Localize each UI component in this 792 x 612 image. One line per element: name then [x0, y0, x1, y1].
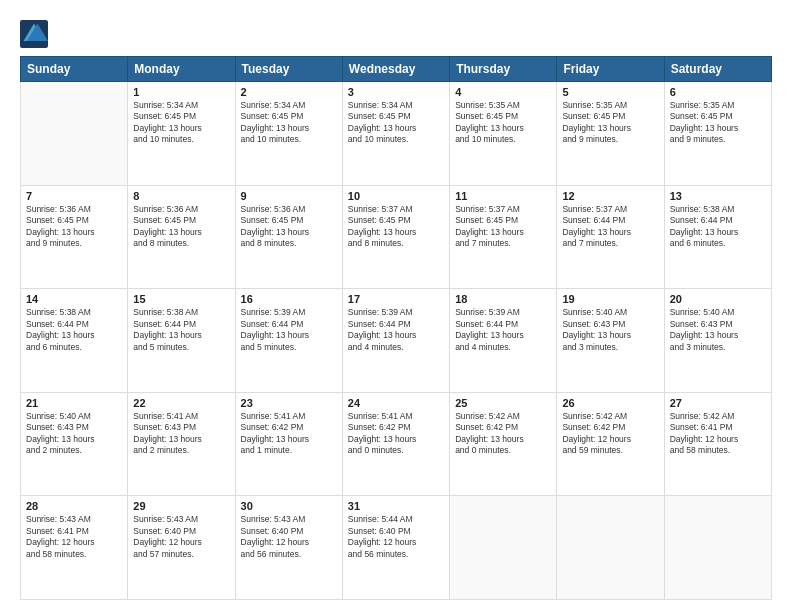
header: [20, 16, 772, 48]
calendar-cell: 28Sunrise: 5:43 AM Sunset: 6:41 PM Dayli…: [21, 496, 128, 600]
day-number: 24: [348, 397, 444, 409]
day-number: 11: [455, 190, 551, 202]
calendar-cell: 20Sunrise: 5:40 AM Sunset: 6:43 PM Dayli…: [664, 289, 771, 393]
calendar-cell: 5Sunrise: 5:35 AM Sunset: 6:45 PM Daylig…: [557, 82, 664, 186]
day-info: Sunrise: 5:38 AM Sunset: 6:44 PM Dayligh…: [133, 307, 229, 353]
day-number: 2: [241, 86, 337, 98]
calendar-week-row: 14Sunrise: 5:38 AM Sunset: 6:44 PM Dayli…: [21, 289, 772, 393]
day-info: Sunrise: 5:38 AM Sunset: 6:44 PM Dayligh…: [26, 307, 122, 353]
calendar-cell: 2Sunrise: 5:34 AM Sunset: 6:45 PM Daylig…: [235, 82, 342, 186]
day-info: Sunrise: 5:39 AM Sunset: 6:44 PM Dayligh…: [241, 307, 337, 353]
calendar-header-saturday: Saturday: [664, 57, 771, 82]
day-info: Sunrise: 5:35 AM Sunset: 6:45 PM Dayligh…: [455, 100, 551, 146]
calendar-cell: 25Sunrise: 5:42 AM Sunset: 6:42 PM Dayli…: [450, 392, 557, 496]
day-info: Sunrise: 5:41 AM Sunset: 6:42 PM Dayligh…: [348, 411, 444, 457]
calendar-cell: 8Sunrise: 5:36 AM Sunset: 6:45 PM Daylig…: [128, 185, 235, 289]
day-info: Sunrise: 5:43 AM Sunset: 6:40 PM Dayligh…: [241, 514, 337, 560]
calendar-cell: 6Sunrise: 5:35 AM Sunset: 6:45 PM Daylig…: [664, 82, 771, 186]
day-number: 8: [133, 190, 229, 202]
calendar-cell: 30Sunrise: 5:43 AM Sunset: 6:40 PM Dayli…: [235, 496, 342, 600]
calendar-header-tuesday: Tuesday: [235, 57, 342, 82]
calendar-cell: [664, 496, 771, 600]
day-number: 28: [26, 500, 122, 512]
day-info: Sunrise: 5:43 AM Sunset: 6:41 PM Dayligh…: [26, 514, 122, 560]
day-number: 26: [562, 397, 658, 409]
calendar-header-row: SundayMondayTuesdayWednesdayThursdayFrid…: [21, 57, 772, 82]
calendar-header-friday: Friday: [557, 57, 664, 82]
logo: [20, 20, 50, 48]
calendar-cell: 19Sunrise: 5:40 AM Sunset: 6:43 PM Dayli…: [557, 289, 664, 393]
day-number: 23: [241, 397, 337, 409]
day-number: 19: [562, 293, 658, 305]
calendar-week-row: 21Sunrise: 5:40 AM Sunset: 6:43 PM Dayli…: [21, 392, 772, 496]
day-number: 4: [455, 86, 551, 98]
day-info: Sunrise: 5:36 AM Sunset: 6:45 PM Dayligh…: [133, 204, 229, 250]
calendar-cell: 9Sunrise: 5:36 AM Sunset: 6:45 PM Daylig…: [235, 185, 342, 289]
day-number: 5: [562, 86, 658, 98]
day-number: 25: [455, 397, 551, 409]
calendar-cell: [450, 496, 557, 600]
calendar-week-row: 28Sunrise: 5:43 AM Sunset: 6:41 PM Dayli…: [21, 496, 772, 600]
day-number: 12: [562, 190, 658, 202]
day-number: 20: [670, 293, 766, 305]
calendar-cell: 12Sunrise: 5:37 AM Sunset: 6:44 PM Dayli…: [557, 185, 664, 289]
calendar-week-row: 1Sunrise: 5:34 AM Sunset: 6:45 PM Daylig…: [21, 82, 772, 186]
day-number: 30: [241, 500, 337, 512]
calendar-cell: 29Sunrise: 5:43 AM Sunset: 6:40 PM Dayli…: [128, 496, 235, 600]
calendar-cell: 24Sunrise: 5:41 AM Sunset: 6:42 PM Dayli…: [342, 392, 449, 496]
calendar-cell: 13Sunrise: 5:38 AM Sunset: 6:44 PM Dayli…: [664, 185, 771, 289]
day-number: 27: [670, 397, 766, 409]
calendar-cell: 21Sunrise: 5:40 AM Sunset: 6:43 PM Dayli…: [21, 392, 128, 496]
calendar-header-sunday: Sunday: [21, 57, 128, 82]
day-number: 21: [26, 397, 122, 409]
day-info: Sunrise: 5:41 AM Sunset: 6:43 PM Dayligh…: [133, 411, 229, 457]
day-number: 18: [455, 293, 551, 305]
calendar-cell: 18Sunrise: 5:39 AM Sunset: 6:44 PM Dayli…: [450, 289, 557, 393]
day-number: 9: [241, 190, 337, 202]
day-info: Sunrise: 5:39 AM Sunset: 6:44 PM Dayligh…: [348, 307, 444, 353]
day-info: Sunrise: 5:42 AM Sunset: 6:42 PM Dayligh…: [562, 411, 658, 457]
day-info: Sunrise: 5:42 AM Sunset: 6:42 PM Dayligh…: [455, 411, 551, 457]
calendar-cell: 16Sunrise: 5:39 AM Sunset: 6:44 PM Dayli…: [235, 289, 342, 393]
day-info: Sunrise: 5:40 AM Sunset: 6:43 PM Dayligh…: [670, 307, 766, 353]
day-info: Sunrise: 5:36 AM Sunset: 6:45 PM Dayligh…: [241, 204, 337, 250]
page: SundayMondayTuesdayWednesdayThursdayFrid…: [0, 0, 792, 612]
day-info: Sunrise: 5:35 AM Sunset: 6:45 PM Dayligh…: [670, 100, 766, 146]
day-number: 6: [670, 86, 766, 98]
calendar-cell: 1Sunrise: 5:34 AM Sunset: 6:45 PM Daylig…: [128, 82, 235, 186]
calendar-cell: 23Sunrise: 5:41 AM Sunset: 6:42 PM Dayli…: [235, 392, 342, 496]
day-info: Sunrise: 5:34 AM Sunset: 6:45 PM Dayligh…: [348, 100, 444, 146]
calendar-header-thursday: Thursday: [450, 57, 557, 82]
day-info: Sunrise: 5:37 AM Sunset: 6:45 PM Dayligh…: [348, 204, 444, 250]
day-number: 22: [133, 397, 229, 409]
day-info: Sunrise: 5:36 AM Sunset: 6:45 PM Dayligh…: [26, 204, 122, 250]
day-info: Sunrise: 5:34 AM Sunset: 6:45 PM Dayligh…: [241, 100, 337, 146]
calendar-cell: 3Sunrise: 5:34 AM Sunset: 6:45 PM Daylig…: [342, 82, 449, 186]
day-number: 15: [133, 293, 229, 305]
calendar-cell: 27Sunrise: 5:42 AM Sunset: 6:41 PM Dayli…: [664, 392, 771, 496]
day-info: Sunrise: 5:37 AM Sunset: 6:45 PM Dayligh…: [455, 204, 551, 250]
day-info: Sunrise: 5:39 AM Sunset: 6:44 PM Dayligh…: [455, 307, 551, 353]
calendar-week-row: 7Sunrise: 5:36 AM Sunset: 6:45 PM Daylig…: [21, 185, 772, 289]
calendar-cell: 31Sunrise: 5:44 AM Sunset: 6:40 PM Dayli…: [342, 496, 449, 600]
calendar-table: SundayMondayTuesdayWednesdayThursdayFrid…: [20, 56, 772, 600]
calendar-cell: 22Sunrise: 5:41 AM Sunset: 6:43 PM Dayli…: [128, 392, 235, 496]
day-info: Sunrise: 5:34 AM Sunset: 6:45 PM Dayligh…: [133, 100, 229, 146]
day-info: Sunrise: 5:42 AM Sunset: 6:41 PM Dayligh…: [670, 411, 766, 457]
day-number: 7: [26, 190, 122, 202]
day-number: 17: [348, 293, 444, 305]
day-number: 29: [133, 500, 229, 512]
day-info: Sunrise: 5:38 AM Sunset: 6:44 PM Dayligh…: [670, 204, 766, 250]
day-info: Sunrise: 5:35 AM Sunset: 6:45 PM Dayligh…: [562, 100, 658, 146]
calendar-cell: [557, 496, 664, 600]
day-number: 31: [348, 500, 444, 512]
day-info: Sunrise: 5:43 AM Sunset: 6:40 PM Dayligh…: [133, 514, 229, 560]
day-info: Sunrise: 5:41 AM Sunset: 6:42 PM Dayligh…: [241, 411, 337, 457]
day-info: Sunrise: 5:44 AM Sunset: 6:40 PM Dayligh…: [348, 514, 444, 560]
calendar-cell: 26Sunrise: 5:42 AM Sunset: 6:42 PM Dayli…: [557, 392, 664, 496]
day-number: 13: [670, 190, 766, 202]
day-number: 1: [133, 86, 229, 98]
calendar-cell: 11Sunrise: 5:37 AM Sunset: 6:45 PM Dayli…: [450, 185, 557, 289]
calendar-header-monday: Monday: [128, 57, 235, 82]
day-info: Sunrise: 5:40 AM Sunset: 6:43 PM Dayligh…: [26, 411, 122, 457]
